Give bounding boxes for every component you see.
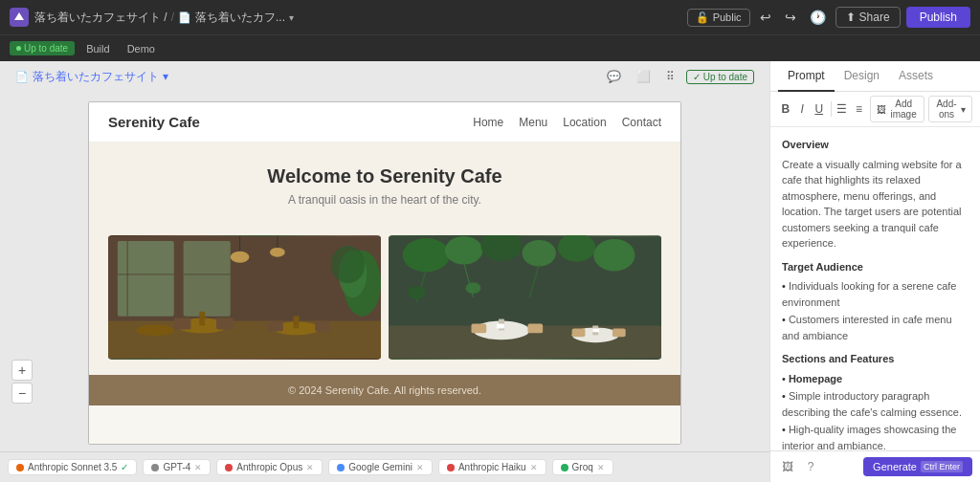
target-audience-list: Individuals looking for a serene cafe en… (782, 278, 969, 343)
model-gemini[interactable]: Google Gemini ✕ (328, 459, 433, 475)
svg-point-21 (231, 252, 250, 263)
canvas-toolbar: 📄 落ち着いたカフェサイト ▾ 💬 ⬜ ⠿ ✓ Up to date (0, 61, 769, 92)
redo-button[interactable]: ↪ (781, 8, 800, 27)
top-actions: 🔓 Public ↩ ↪ 🕐 ⬆ Share Publish (687, 7, 970, 28)
svg-point-25 (403, 238, 450, 272)
hero-subtitle: A tranquil oasis in the heart of the cit… (108, 193, 661, 207)
tab-assets[interactable]: Assets (889, 61, 943, 92)
share-icon: ⬆ (846, 11, 856, 24)
canvas-viewport[interactable]: Serenity Cafe Home Menu Location Contact… (0, 92, 769, 451)
target-audience-heading: Target Audience (782, 259, 969, 275)
svg-rect-44 (612, 328, 626, 337)
breadcrumb-page[interactable]: 落ち着いたカフ... (195, 10, 285, 26)
zoom-controls: + − (11, 360, 33, 404)
model-dot (561, 464, 568, 471)
overview-heading: Overview (782, 137, 969, 153)
website-frame: Serenity Cafe Home Menu Location Contact… (88, 101, 681, 445)
generate-button[interactable]: Generate Ctrl Enter (863, 457, 972, 476)
undo-button[interactable]: ↩ (756, 8, 775, 27)
nav-home[interactable]: Home (473, 116, 503, 129)
nav-menu[interactable]: Menu (519, 116, 547, 129)
underline-button[interactable]: U (812, 99, 827, 120)
canvas-label[interactable]: 📄 落ち着いたカフェサイト ▾ (15, 69, 168, 85)
homepage-section: Homepage Simple introductory paragraph d… (782, 371, 969, 451)
zoom-in-button[interactable]: + (11, 360, 33, 381)
svg-marker-0 (14, 12, 24, 20)
breadcrumb-icon: 📄 (178, 11, 191, 24)
status-dot (16, 46, 21, 51)
shortcut-label: Ctrl Enter (921, 461, 963, 472)
svg-point-30 (593, 239, 635, 271)
add-ons-button[interactable]: Add-ons ▾ (928, 96, 972, 122)
chip-close-icon: ✕ (194, 463, 202, 472)
model-dot (151, 464, 159, 471)
build-button[interactable]: Build (80, 41, 115, 56)
demo-button[interactable]: Demo (122, 41, 161, 56)
right-bottom: 🖼 ? Generate Ctrl Enter (770, 450, 980, 482)
svg-point-26 (445, 236, 482, 264)
page-icon: 📄 (15, 71, 29, 83)
app-logo[interactable] (10, 8, 29, 27)
chip-close-icon: ✕ (597, 463, 605, 472)
right-panel: Prompt Design Assets B I U ☰ ≡ 🖼 Add ima… (769, 61, 980, 482)
canvas-chevron-icon: ▾ (163, 70, 168, 83)
svg-rect-5 (184, 241, 231, 317)
breadcrumb-site[interactable]: 落ち着いたカフェサイト / (34, 10, 167, 26)
model-dot (225, 464, 233, 471)
chevron-down-icon[interactable]: ▾ (289, 12, 294, 23)
share-button[interactable]: ⬆ Share (835, 7, 901, 28)
svg-rect-11 (294, 317, 300, 329)
italic-button[interactable]: I (795, 99, 811, 120)
site-nav-links: Home Menu Location Contact (473, 116, 661, 129)
canvas-area: 📄 落ち着いたカフェサイト ▾ 💬 ⬜ ⠿ ✓ Up to date Seren… (0, 61, 769, 482)
publish-button[interactable]: Publish (906, 7, 970, 28)
site-footer: © 2024 Serenity Cafe. All rights reserve… (89, 375, 680, 405)
ordered-list-button[interactable]: ≡ (852, 99, 867, 120)
svg-point-34 (408, 286, 427, 299)
format-bar: B I U ☰ ≡ 🖼 Add image Add-ons ▾ (770, 92, 980, 127)
model-gpt4[interactable]: GPT-4 ✕ (143, 459, 211, 475)
site-extra-section (89, 405, 680, 444)
bullet-list-button[interactable]: ☰ (835, 99, 850, 120)
svg-rect-14 (216, 318, 234, 330)
bold-button[interactable]: B (778, 99, 793, 120)
image-attach-icon[interactable]: 🖼 (778, 457, 797, 476)
comment-button[interactable]: 💬 (603, 68, 625, 85)
svg-rect-15 (315, 321, 330, 332)
model-anthropic-sonnet[interactable]: Anthropic Sonnet 3.5 ✓ (8, 459, 137, 475)
zoom-out-button[interactable]: − (11, 383, 33, 404)
list-item: Individuals looking for a serene cafe en… (782, 278, 969, 310)
nav-location[interactable]: Location (563, 116, 606, 129)
svg-rect-13 (174, 318, 191, 330)
clock-button[interactable]: 🕐 (806, 8, 830, 27)
chip-check-icon: ✓ (121, 462, 128, 472)
question-icon[interactable]: ? (801, 457, 820, 476)
visibility-toggle[interactable]: 🔓 Public (687, 9, 750, 27)
model-bar: Anthropic Sonnet 3.5 ✓ GPT-4 ✕ Anthropic… (0, 451, 769, 482)
check-icon: ✓ (693, 72, 701, 82)
list-item: Homepage (782, 371, 969, 387)
site-hero: Welcome to Serenity Cafe A tranquil oasi… (89, 142, 680, 235)
hero-title: Welcome to Serenity Cafe (108, 165, 661, 187)
main-layout: 📄 落ち着いたカフェサイト ▾ 💬 ⬜ ⠿ ✓ Up to date Seren… (0, 61, 980, 482)
more-button[interactable]: ⠿ (662, 68, 679, 85)
add-image-button[interactable]: 🖼 Add image (870, 96, 924, 122)
cafe-image-left (108, 235, 381, 360)
right-tabs: Prompt Design Assets (770, 61, 980, 92)
model-opus[interactable]: Anthropic Opus ✕ (216, 459, 323, 475)
model-haiku[interactable]: Anthropic Haiku ✕ (438, 459, 546, 475)
nav-contact[interactable]: Contact (622, 116, 661, 129)
status-badge: Up to date (10, 41, 75, 55)
model-groq[interactable]: Groq ✕ (552, 459, 613, 475)
site-logo: Serenity Cafe (108, 114, 473, 130)
right-content: Overview Create a visually calming websi… (770, 127, 980, 450)
tab-prompt[interactable]: Prompt (778, 61, 835, 92)
list-item: Customers interested in cafe menu and am… (782, 312, 969, 343)
cafe-image-right (389, 235, 661, 360)
svg-point-19 (331, 246, 365, 283)
lock-icon: 🔓 (696, 11, 709, 24)
svg-rect-2 (118, 241, 174, 317)
devices-button[interactable]: ⬜ (633, 68, 655, 85)
site-images (89, 235, 680, 375)
tab-design[interactable]: Design (835, 61, 889, 92)
